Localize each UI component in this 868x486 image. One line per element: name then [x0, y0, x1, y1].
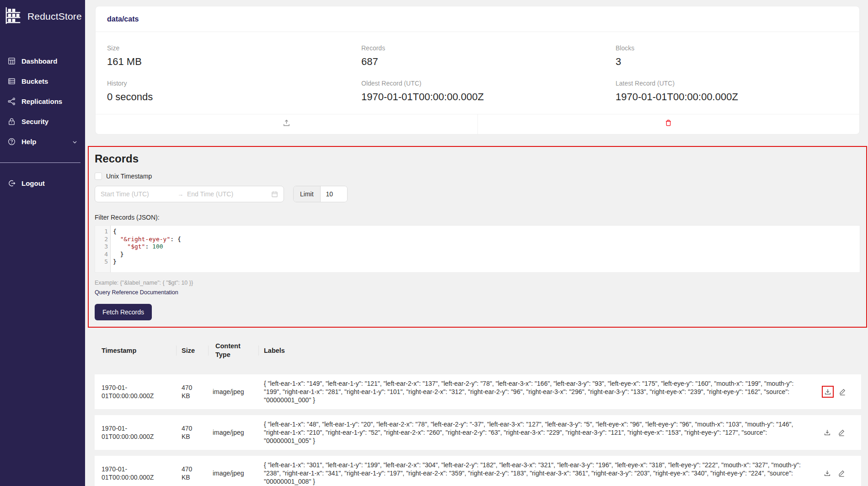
filter-example: Example: {"&label_name": { "$gt": 10 }}	[95, 280, 860, 286]
download-highlight-box	[822, 386, 834, 398]
cell-size: 470 KB	[176, 383, 208, 400]
filter-records-label: Filter Records (JSON):	[95, 214, 860, 221]
editor-code: { "&right-eye-y": { "$gt": 100 }}	[111, 226, 181, 272]
editor-line-numbers: 12345	[95, 226, 111, 272]
logout-label: Logout	[21, 179, 77, 187]
delete-bucket-button[interactable]	[477, 114, 860, 134]
records-table: Timestamp Size Content Type Labels 1970-…	[95, 336, 861, 486]
unix-timestamp-label: Unix Timestamp	[106, 173, 152, 180]
sidebar-item-dashboard[interactable]: Dashboard	[0, 51, 85, 71]
sidebar-nav: Dashboard Buckets Replications Security …	[0, 51, 85, 151]
query-reference-link[interactable]: Query Reference Documentation	[95, 289, 178, 296]
dashboard-icon	[8, 57, 16, 65]
trash-icon	[664, 119, 672, 129]
table-row: 1970-01-01T00:00:00.000Z 470 KB image/jp…	[95, 415, 861, 450]
limit-input[interactable]	[321, 186, 347, 202]
bucket-card: data/cats Size 161 MB Records 687 Blocks…	[95, 6, 860, 135]
cell-actions	[817, 427, 857, 438]
edit-labels-button[interactable]	[838, 429, 845, 436]
download-record-button[interactable]	[824, 470, 831, 477]
sidebar-item-help[interactable]: Help	[0, 131, 85, 151]
table-header: Timestamp Size Content Type Labels	[95, 336, 861, 365]
limit-group: Limit	[293, 186, 348, 202]
start-time-placeholder: Start Time (UTC)	[101, 190, 174, 198]
col-timestamp: Timestamp	[102, 346, 176, 355]
edit-labels-button[interactable]	[838, 470, 845, 477]
main-content: data/cats Size 161 MB Records 687 Blocks…	[85, 0, 868, 486]
sidebar-item-logout[interactable]: Logout	[0, 173, 85, 193]
bucket-actions	[96, 114, 859, 134]
sidebar-item-replications[interactable]: Replications	[0, 91, 85, 111]
brand[interactable]: ReductStore	[0, 0, 85, 32]
security-icon	[8, 118, 16, 125]
fetch-records-button[interactable]: Fetch Records	[95, 304, 152, 320]
brand-name: ReductStore	[27, 11, 82, 22]
stat-blocks: Blocks 3	[616, 44, 848, 68]
sidebar-item-security[interactable]: Security	[0, 111, 85, 131]
cell-timestamp: 1970-01-01T00:00:00.000Z	[102, 424, 176, 441]
reductstore-logo-icon	[4, 6, 23, 27]
download-record-button[interactable]	[824, 388, 831, 395]
cell-timestamp: 1970-01-01T00:00:00.000Z	[102, 465, 176, 481]
cell-content-type: image/jpeg	[208, 388, 258, 396]
upload-icon	[283, 119, 290, 129]
edit-labels-button[interactable]	[839, 388, 846, 395]
cell-content-type: image/jpeg	[208, 469, 258, 477]
cell-labels: { "left-ear-1-x": "149", "left-ear-1-y":…	[258, 379, 817, 404]
cell-size: 470 KB	[176, 465, 208, 481]
calendar-icon	[271, 191, 278, 198]
logout-icon	[8, 179, 16, 187]
stat-history: History 0 seconds	[107, 80, 361, 103]
cell-labels: { "left-ear-1-x": "48", "left-ear-1-y": …	[258, 420, 817, 445]
filters-row: Start Time (UTC) → End Time (UTC) Limit	[95, 186, 860, 202]
table-row: 1970-01-01T00:00:00.000Z 470 KB image/jp…	[95, 374, 861, 409]
replications-icon	[8, 97, 16, 105]
cell-timestamp: 1970-01-01T00:00:00.000Z	[102, 383, 176, 400]
unix-timestamp-checkbox[interactable]	[95, 173, 102, 180]
records-panel: Records Unix Timestamp Start Time (UTC) …	[88, 146, 867, 328]
json-filter-editor[interactable]: 12345 { "&right-eye-y": { "$gt": 100 }}	[95, 225, 860, 273]
stat-size: Size 161 MB	[107, 44, 361, 68]
range-arrow-icon: →	[177, 191, 183, 198]
table-row: 1970-01-01T00:00:00.000Z 470 KB image/jp…	[95, 456, 861, 486]
limit-label: Limit	[294, 186, 321, 202]
table-body: 1970-01-01T00:00:00.000Z 470 KB image/jp…	[95, 374, 861, 486]
stat-oldest-record-utc: Oldest Record (UTC) 1970-01-01T00:00:00.…	[361, 80, 616, 103]
sidebar-item-buckets[interactable]: Buckets	[0, 71, 85, 91]
bucket-title: data/cats	[96, 6, 859, 32]
time-range-picker[interactable]: Start Time (UTC) → End Time (UTC)	[95, 186, 284, 202]
chevron-down-icon	[72, 139, 78, 145]
buckets-icon	[8, 77, 16, 85]
cell-actions	[817, 468, 857, 479]
bucket-stats: Size 161 MB Records 687 Blocks 3 History…	[96, 32, 859, 114]
cell-size: 470 KB	[176, 424, 208, 441]
col-labels: Labels	[258, 346, 817, 355]
records-title: Records	[95, 152, 860, 165]
help-icon	[8, 138, 16, 146]
upload-record-button[interactable]	[96, 114, 477, 134]
unix-timestamp-option[interactable]: Unix Timestamp	[95, 173, 152, 180]
cell-labels: { "left-ear-1-x": "301", "left-ear-1-y":…	[258, 461, 817, 486]
sidebar-divider	[0, 162, 80, 163]
col-content-type: Content Type	[208, 342, 258, 359]
download-record-button[interactable]	[824, 429, 831, 436]
sidebar: ReductStore Dashboard Buckets Replicatio…	[0, 0, 85, 486]
app-root: ReductStore Dashboard Buckets Replicatio…	[0, 0, 868, 486]
stat-latest-record-utc: Latest Record (UTC) 1970-01-01T00:00:00.…	[616, 80, 848, 103]
cell-actions	[817, 386, 857, 398]
cell-content-type: image/jpeg	[208, 428, 258, 437]
col-size: Size	[176, 346, 208, 355]
end-time-placeholder: End Time (UTC)	[187, 190, 268, 198]
stat-records: Records 687	[361, 44, 616, 68]
